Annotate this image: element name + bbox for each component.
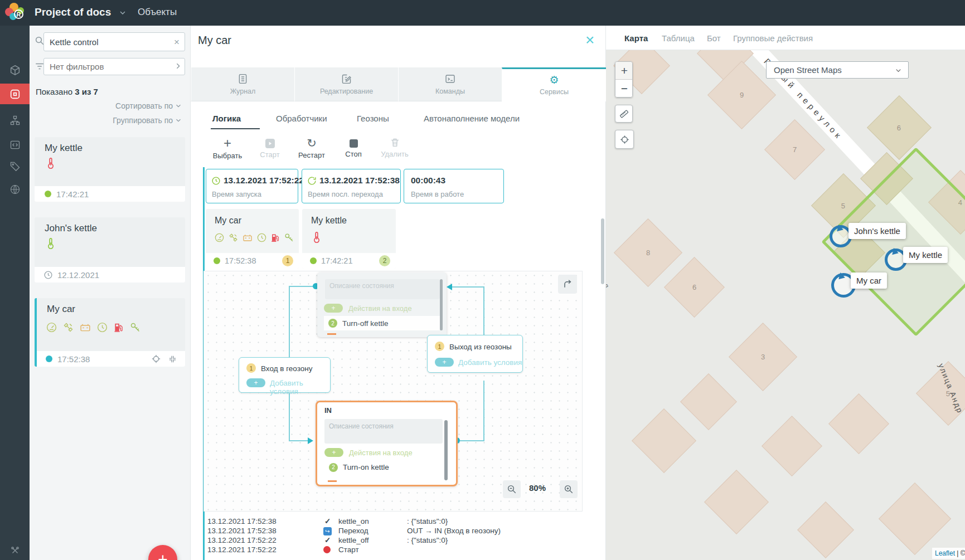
entry-action-item[interactable]: 2 Turn-on kettle <box>324 460 444 475</box>
rail-item-objects-active[interactable] <box>0 84 30 104</box>
results-count: Показано 3 из 7 <box>36 87 98 96</box>
transition-node-enter-geofence[interactable]: 1 Вход в геозону + Добавить условия <box>239 357 331 393</box>
subtab-autofill[interactable]: Автонаполнение модели <box>424 114 520 123</box>
globe-icon[interactable] <box>0 179 30 199</box>
zoom-out-button[interactable] <box>503 480 521 498</box>
transition-node-exit-geofence[interactable]: 1 Выход из геозоны + Добавить условия <box>427 335 523 373</box>
service-object-card-my-kettle[interactable]: My kettle 17:42:21 2 <box>302 209 396 269</box>
locate-crosshair-icon[interactable] <box>151 354 161 364</box>
key-icon <box>129 322 141 333</box>
detail-title: My car <box>198 34 231 47</box>
map-zoom-out-button[interactable]: − <box>615 80 633 97</box>
menu-objects[interactable]: Объекты <box>138 7 177 18</box>
filter-chevron-right-icon[interactable] <box>173 61 183 71</box>
subtab-logic-active[interactable]: Логика <box>212 114 241 123</box>
toolbar-start-button-disabled[interactable]: Старт <box>250 137 289 159</box>
filter-input[interactable] <box>43 58 185 75</box>
panel-scrollbar-thumb[interactable] <box>601 218 604 284</box>
add-object-button[interactable]: + <box>148 545 177 560</box>
wire-arrowhead <box>447 284 452 290</box>
tools-icon[interactable] <box>0 540 30 560</box>
project-chevron-down-icon[interactable] <box>118 8 127 17</box>
toolbar-label: Старт <box>260 150 279 159</box>
toolbar-delete-button-disabled[interactable]: Удалить <box>375 137 414 158</box>
building-number: 8 <box>646 249 650 257</box>
marker-label[interactable]: My car <box>851 272 887 289</box>
state-description-field[interactable]: Описание состояния <box>325 279 440 299</box>
add-entry-action-row[interactable]: + Действия на входе <box>324 304 412 313</box>
group-by-control[interactable]: Группировать по <box>113 116 182 125</box>
plus-pill-icon[interactable]: + <box>435 358 454 367</box>
map-tab-map-active[interactable]: Карта <box>624 33 648 43</box>
list-item-johns-kettle[interactable]: John's kettle 12.12.2021 <box>35 217 185 283</box>
leaflet-link[interactable]: Leaflet <box>935 549 955 557</box>
map-building <box>632 408 696 473</box>
map-tab-group-actions[interactable]: Групповые действия <box>733 33 813 43</box>
tab-commands[interactable]: Команды <box>398 67 502 101</box>
layer-select-value: Open Street Maps <box>774 65 842 75</box>
auto-layout-button[interactable] <box>558 275 577 294</box>
transition-name: Выход из геозоны <box>449 343 512 351</box>
state-description-field[interactable]: Описание состояния <box>324 419 443 444</box>
building-number: 9 <box>740 91 744 99</box>
marker-label[interactable]: John's kettle <box>848 223 906 239</box>
stat-value: 13.12.2021 17:52:38 <box>319 176 400 186</box>
models-cube-icon[interactable] <box>0 60 30 80</box>
search-clear-icon[interactable]: × <box>174 37 180 48</box>
sitemap-icon[interactable] <box>0 110 30 130</box>
plus-pill-icon: + <box>324 448 343 457</box>
list-item-my-kettle[interactable]: My kettle 17:42:21 <box>35 137 185 202</box>
search-input[interactable] <box>43 32 185 51</box>
street-label: зд <box>606 277 612 291</box>
state-node-out[interactable]: Описание состояния + Действия на входе 2… <box>317 272 447 337</box>
code-icon[interactable] <box>0 135 30 155</box>
stat-value: 13.12.2021 17:52:22 <box>224 176 304 186</box>
subtab-handlers[interactable]: Обработчики <box>276 114 327 123</box>
stat-label: Время в работе <box>411 190 464 198</box>
collapse-icon[interactable] <box>168 354 177 364</box>
plus-pill-icon[interactable]: + <box>246 378 265 387</box>
tab-edit[interactable]: Редактирование <box>294 67 398 101</box>
map-tab-bot[interactable]: Бот <box>707 33 721 43</box>
toolbar-restart-button[interactable]: ↻ Рестарт <box>292 137 331 159</box>
subtab-active-underline <box>211 128 260 129</box>
toolbar-stop-button[interactable]: Стоп <box>334 137 373 158</box>
subtab-geofences[interactable]: Геозоны <box>357 114 389 123</box>
tab-label: Команды <box>435 87 465 95</box>
zoom-in-button[interactable] <box>560 480 578 498</box>
log-date: 13.12.2021 17:52:38 <box>207 517 277 525</box>
entry-action-item[interactable]: 2 Turn-off kettle <box>324 316 440 330</box>
marker-label[interactable]: My kettle <box>903 247 948 263</box>
add-entry-action-row[interactable]: + Действия на входе <box>324 448 413 457</box>
sort-by-control[interactable]: Сортировать по <box>115 101 182 110</box>
map-tab-table[interactable]: Таблица <box>662 33 695 43</box>
log-event: kettle_on <box>338 517 369 525</box>
clock-icon <box>211 176 221 186</box>
tab-services-active[interactable]: ⚙ Сервисы <box>502 67 606 101</box>
measure-ruler-button[interactable] <box>615 105 633 123</box>
status-dot <box>310 257 317 264</box>
app-logo-icon[interactable]: R <box>5 3 25 23</box>
tab-journal[interactable]: Журнал <box>191 67 294 101</box>
map-viewport[interactable]: 9 6 7 5 8 6 3 4 5 ровый переулок улица А… <box>606 50 965 560</box>
close-icon[interactable]: × <box>585 31 594 49</box>
toolbar-select-button[interactable]: + Выбрать <box>208 137 247 160</box>
logic-diagram-canvas[interactable]: Описание состояния + Действия на входе 2… <box>203 271 583 512</box>
description-placeholder: Описание состояния <box>329 282 394 290</box>
log-value: OUT → IN (Вход в геозону) <box>407 527 501 535</box>
project-selector[interactable]: Project of docs <box>35 6 111 18</box>
stat-card-last-transition: 13.12.2021 17:52:38 Время посл. перехода <box>302 169 401 203</box>
locate-button[interactable] <box>615 130 634 149</box>
map-zoom-in-button[interactable]: + <box>615 62 633 80</box>
tag-icon[interactable] <box>0 156 30 176</box>
node-scrollbar[interactable] <box>444 420 448 480</box>
map-building: 8 <box>614 218 682 287</box>
map-layer-select[interactable]: Open Street Maps <box>766 61 909 79</box>
state-node-in-selected[interactable]: IN Описание состояния + Действия на вход… <box>316 401 458 486</box>
add-condition-label[interactable]: Добавить условия <box>458 358 522 367</box>
service-object-card-my-car[interactable]: My car 17:52:38 1 <box>206 209 299 269</box>
node-scrollbar[interactable] <box>440 279 443 330</box>
list-item-my-car-selected[interactable]: My car 17:52:38 <box>35 298 185 367</box>
add-condition-label[interactable]: Добавить условия <box>270 379 330 396</box>
objects-icon <box>9 88 21 100</box>
